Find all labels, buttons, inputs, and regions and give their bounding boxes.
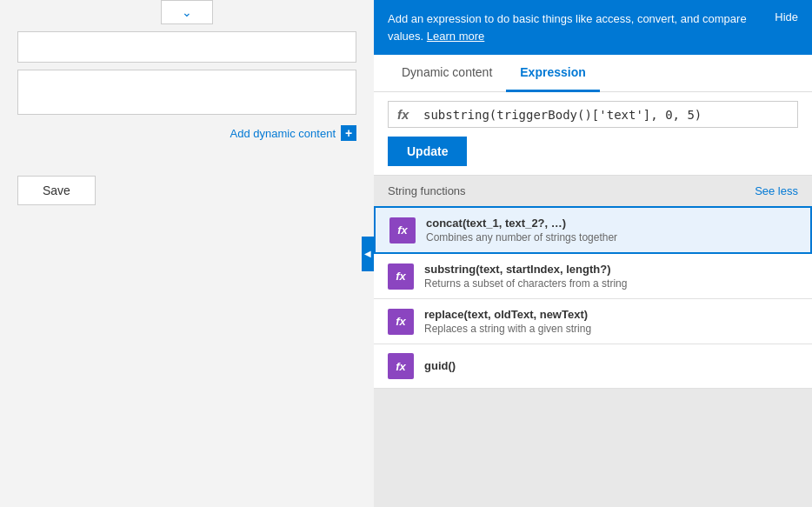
fx-icon-replace: fx: [388, 309, 414, 335]
info-bar-text: Add an expression to do basic things lik…: [388, 10, 761, 44]
fx-icon-guid: fx: [388, 353, 414, 379]
expression-value: substring(triggerBody()['text'], 0, 5): [423, 108, 702, 122]
input-field-2[interactable]: [17, 70, 356, 115]
function-name-concat: concat(text_1, text_2?, …): [426, 217, 796, 230]
function-item-substring[interactable]: fx substring(text, startIndex, length?) …: [374, 254, 812, 299]
function-item-guid[interactable]: fx guid(): [374, 344, 812, 389]
add-dynamic-content-link[interactable]: Add dynamic content +: [17, 125, 356, 141]
function-name-guid: guid(): [424, 359, 798, 372]
add-dynamic-content-label: Add dynamic content: [230, 127, 336, 140]
function-item-concat[interactable]: fx concat(text_1, text_2?, …) Combines a…: [374, 206, 812, 254]
learn-more-link[interactable]: Learn more: [427, 30, 484, 43]
tab-expression[interactable]: Expression: [506, 55, 599, 92]
functions-area: String functions See less fx concat(text…: [374, 176, 812, 507]
function-name-substring: substring(text, startIndex, length?): [424, 263, 798, 276]
tabs-container: Dynamic content Expression: [374, 55, 812, 92]
function-info-concat: concat(text_1, text_2?, …) Combines any …: [426, 217, 796, 243]
info-bar: Add an expression to do basic things lik…: [374, 0, 812, 55]
function-desc-concat: Combines any number of strings together: [426, 231, 796, 243]
expression-input-row: fx substring(triggerBody()['text'], 0, 5…: [388, 101, 798, 128]
function-name-replace: replace(text, oldText, newText): [424, 308, 798, 321]
chevron-container: ⌄: [17, 0, 356, 24]
function-desc-replace: Replaces a string with a given string: [424, 323, 798, 335]
fx-symbol: fx: [397, 107, 415, 122]
panel-toggle-button[interactable]: [362, 237, 374, 271]
function-info-substring: substring(text, startIndex, length?) Ret…: [424, 263, 798, 290]
section-label: String functions: [388, 184, 466, 197]
fx-icon-concat: fx: [389, 217, 416, 243]
see-less-link[interactable]: See less: [755, 184, 798, 197]
tab-dynamic-content[interactable]: Dynamic content: [388, 55, 506, 92]
input-field-1[interactable]: [17, 31, 356, 63]
fx-icon-substring: fx: [388, 264, 414, 290]
section-header: String functions See less: [374, 176, 812, 206]
right-panel: Add an expression to do basic things lik…: [374, 0, 812, 507]
function-info-guid: guid(): [424, 359, 798, 374]
function-desc-substring: Returns a subset of characters from a st…: [424, 277, 798, 290]
function-info-replace: replace(text, oldText, newText) Replaces…: [424, 308, 798, 335]
function-item-replace[interactable]: fx replace(text, oldText, newText) Repla…: [374, 299, 812, 344]
expression-area: fx substring(triggerBody()['text'], 0, 5…: [374, 92, 812, 176]
hide-button[interactable]: Hide: [775, 10, 798, 23]
update-button[interactable]: Update: [388, 137, 467, 166]
save-button[interactable]: Save: [17, 176, 96, 205]
add-dynamic-plus-icon: +: [341, 125, 356, 141]
chevron-button[interactable]: ⌄: [161, 0, 213, 24]
left-panel: ⌄ Add dynamic content + Save: [0, 0, 374, 507]
